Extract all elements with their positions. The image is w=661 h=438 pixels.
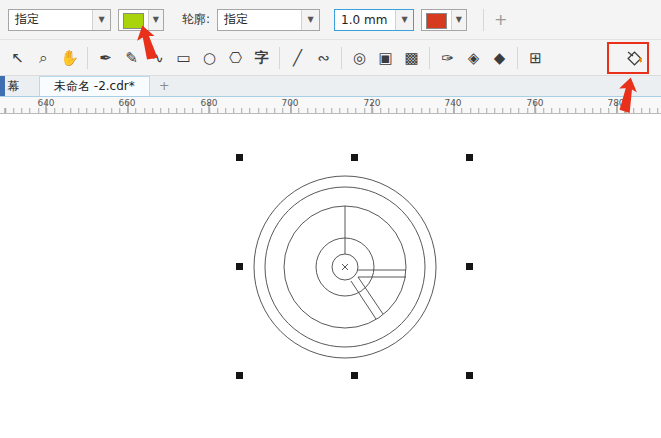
polygon-tool-button[interactable]: ⎔ <box>226 47 245 69</box>
drawing-canvas[interactable] <box>0 114 661 438</box>
ruler-label: 660 <box>118 98 135 108</box>
separator <box>429 47 430 69</box>
outline-color-swatch[interactable] <box>426 13 447 29</box>
text-tool-button[interactable]: 字 <box>252 47 271 69</box>
selection-handle[interactable] <box>466 372 473 379</box>
curve-tool-button[interactable]: ∾ <box>314 47 333 69</box>
pan-tool-button[interactable]: ✋ <box>60 47 79 69</box>
outline-style-select[interactable]: 指定 ▼ <box>217 9 320 31</box>
ruler-label: 740 <box>444 98 461 108</box>
selection-handle[interactable] <box>351 372 358 379</box>
fill-style-select[interactable]: 指定 ▼ <box>8 9 111 31</box>
ruler-label: 640 <box>37 98 54 108</box>
ruler-label: 680 <box>200 98 217 108</box>
outline-width-value: 1.0 mm <box>335 10 395 30</box>
outline-label: 轮廓: <box>182 11 210 28</box>
selected-object-wheel-drawing[interactable] <box>0 114 661 438</box>
outline-color-picker[interactable]: ▼ <box>421 9 467 31</box>
eyedropper-tool-button[interactable]: ✑ <box>438 47 457 69</box>
selection-handle[interactable] <box>466 154 473 161</box>
document-tab[interactable]: 未命名 -2.cdr* <box>39 76 150 96</box>
ruler-label: 760 <box>526 98 543 108</box>
new-document-tab-button[interactable]: + <box>150 76 179 96</box>
separator <box>341 47 342 69</box>
document-tab-bar: 幕 未命名 -2.cdr* + <box>0 76 661 97</box>
chevron-down-icon[interactable]: ▼ <box>301 10 319 30</box>
fill-style-value: 指定 <box>9 10 92 30</box>
toolbox-bar: ↖ ⌕ ✋ ✒ ✎ ∿ ▭ ○ ⎔ 字 ╱ ∾ ◎ ▣ ▩ ✑ ◈ ◆ ⊞ <box>0 40 661 76</box>
line-tool-button[interactable]: ╱ <box>288 47 307 69</box>
ellipse-tool-button[interactable]: ○ <box>200 47 219 69</box>
chevron-down-icon[interactable]: ▼ <box>92 10 110 30</box>
annotation-highlight-box <box>607 42 649 74</box>
separator <box>483 9 484 31</box>
outline-width-input[interactable]: 1.0 mm ▼ <box>334 9 414 31</box>
rectangle-tool-button[interactable]: ▭ <box>174 47 193 69</box>
chevron-down-icon[interactable]: ▼ <box>451 10 466 30</box>
selection-handle[interactable] <box>351 154 358 161</box>
selection-handle[interactable] <box>236 263 243 270</box>
horizontal-ruler[interactable]: 640 660 680 700 720 740 760 780 <box>0 97 661 114</box>
smart-fill-tool-button[interactable]: ◈ <box>464 47 483 69</box>
contour-tool-button[interactable]: ◎ <box>350 47 369 69</box>
transparency-tool-button[interactable]: ▩ <box>402 47 421 69</box>
separator <box>517 47 518 69</box>
fill-tool-button[interactable]: ◆ <box>490 47 509 69</box>
zoom-tool-button[interactable]: ⌕ <box>34 47 53 69</box>
selection-handle[interactable] <box>236 372 243 379</box>
selection-handle[interactable] <box>466 263 473 270</box>
chevron-down-icon[interactable]: ▼ <box>395 10 413 30</box>
shape-tool-button[interactable]: ↖ <box>8 47 27 69</box>
ruler-label: 720 <box>363 98 380 108</box>
bezier-tool-button[interactable]: ✒ <box>96 47 115 69</box>
drop-shadow-tool-button[interactable]: ▣ <box>376 47 395 69</box>
separator <box>279 47 280 69</box>
outline-style-value: 指定 <box>218 10 301 30</box>
separator <box>87 47 88 69</box>
property-bar: 指定 ▼ ▼ 轮廓: 指定 ▼ 1.0 mm ▼ ▼ + <box>0 0 661 40</box>
selection-handle[interactable] <box>236 154 243 161</box>
mesh-fill-tool-button[interactable]: ⊞ <box>526 47 545 69</box>
ruler-label: 700 <box>281 98 298 108</box>
add-button[interactable]: + <box>494 9 507 31</box>
docker-tab-partial-label[interactable]: 幕 <box>5 76 27 96</box>
